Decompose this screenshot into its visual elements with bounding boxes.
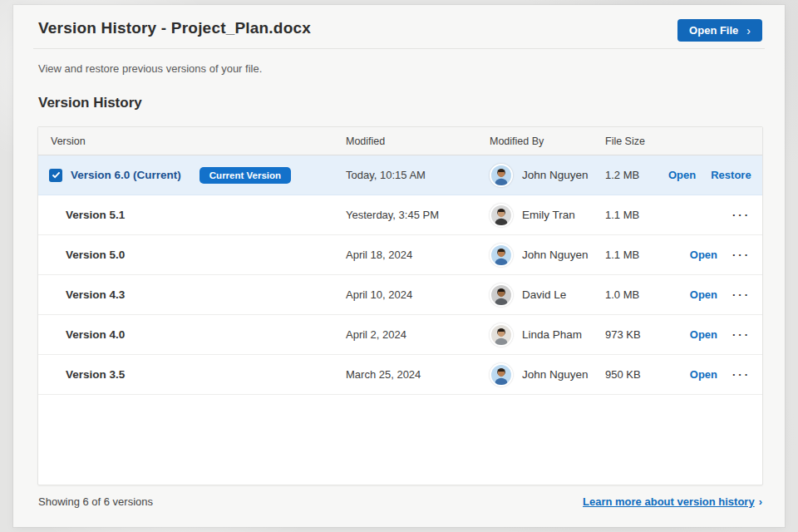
avatar <box>490 323 513 347</box>
avatar <box>490 363 513 387</box>
version-table-row[interactable]: Version 6.0 (Current) Current Version To… <box>38 155 762 195</box>
file-size-value: 1.0 MB <box>605 288 668 301</box>
column-header-modified-by: Modified By <box>490 135 605 147</box>
modified-date: Today, 10:15 AM <box>346 169 490 181</box>
row-actions: ··· <box>668 209 762 220</box>
modified-by-cell: Emily Tran <box>490 204 605 227</box>
file-size-value: 1.2 MB <box>605 169 668 181</box>
row-actions: Open··· <box>668 328 762 341</box>
dialog-subtitle: View and restore previous versions of yo… <box>38 62 262 75</box>
modified-by-cell: David Le <box>490 283 605 307</box>
version-cell: Version 4.0 <box>38 328 346 341</box>
modified-date: March 25, 2024 <box>346 368 490 381</box>
column-header-modified: Modified <box>346 135 490 147</box>
avatar <box>490 283 513 307</box>
avatar <box>490 244 513 267</box>
modified-by-name: John Nguyen <box>522 169 589 181</box>
version-cell: Version 6.0 (Current) Current Version <box>38 167 346 184</box>
file-size-value: 973 KB <box>605 328 668 341</box>
column-header-file-size: File Size <box>605 135 668 147</box>
modified-by-cell: John Nguyen <box>490 164 605 187</box>
row-actions: OpenRestore··· <box>668 169 763 181</box>
modified-date: Yesterday, 3:45 PM <box>346 209 490 221</box>
file-size-value: 1.1 MB <box>605 249 668 261</box>
version-table-row[interactable]: Version 5.0 April 18, 2024 John Nguyen 1… <box>38 235 762 275</box>
row-actions: Open··· <box>668 249 762 261</box>
header-divider <box>33 48 765 49</box>
modified-date: April 18, 2024 <box>346 249 490 261</box>
column-header-version: Version <box>38 135 346 147</box>
more-options-button[interactable]: ··· <box>732 289 751 300</box>
version-label: Version 6.0 (Current) <box>71 169 181 181</box>
avatar <box>490 204 513 227</box>
more-options-button[interactable]: ··· <box>732 369 751 380</box>
open-link[interactable]: Open <box>690 328 717 341</box>
file-size-value: 950 KB <box>605 368 668 381</box>
version-label: Version 3.5 <box>66 368 125 381</box>
modified-by-cell: John Nguyen <box>490 363 605 387</box>
page-title: Version History - Project_Plan.docx <box>38 19 311 37</box>
version-cell: Version 3.5 <box>38 368 346 381</box>
modified-by-name: Emily Tran <box>522 209 575 221</box>
version-table: Version Modified Modified By File Size V… <box>37 126 763 485</box>
open-link[interactable]: Open <box>668 169 696 181</box>
version-table-row[interactable]: Version 3.5 March 25, 2024 John Nguyen 9… <box>38 355 762 395</box>
restore-link[interactable]: Restore <box>711 169 751 181</box>
row-actions: Open··· <box>668 368 762 381</box>
more-options-button[interactable]: ··· <box>732 249 751 260</box>
version-cell: Version 5.0 <box>38 249 346 261</box>
version-cell: Version 4.3 <box>38 288 346 301</box>
open-file-button[interactable]: Open File › <box>677 19 762 42</box>
open-link[interactable]: Open <box>690 368 717 381</box>
version-table-row[interactable]: Version 5.1 Yesterday, 3:45 PM Emily Tra… <box>38 195 762 235</box>
modified-by-cell: Linda Pham <box>490 323 605 347</box>
version-checkbox[interactable] <box>49 169 62 182</box>
open-link[interactable]: Open <box>690 288 717 301</box>
version-cell: Version 5.1 <box>38 209 346 221</box>
modified-by-name: David Le <box>522 288 566 301</box>
modified-by-cell: John Nguyen <box>490 244 605 267</box>
modified-date: April 2, 2024 <box>346 328 490 341</box>
version-label: Version 5.0 <box>66 249 125 261</box>
table-body: Version 6.0 (Current) Current Version To… <box>38 155 762 395</box>
table-header-row: Version Modified Modified By File Size <box>38 127 762 155</box>
row-actions: Open··· <box>668 288 762 301</box>
chevron-right-icon: › <box>759 495 762 508</box>
more-options-button[interactable]: ··· <box>732 209 751 220</box>
modified-date: April 10, 2024 <box>346 288 490 301</box>
avatar <box>490 164 513 187</box>
version-label: Version 5.1 <box>66 209 125 221</box>
learn-more-link[interactable]: Learn more about version history › <box>583 495 762 508</box>
version-label: Version 4.3 <box>66 288 125 301</box>
file-size-value: 1.1 MB <box>605 209 668 221</box>
version-table-row[interactable]: Version 4.0 April 2, 2024 Linda Pham 973… <box>38 315 762 355</box>
modified-by-name: Linda Pham <box>522 328 582 341</box>
section-title: Version History <box>38 95 142 111</box>
modified-by-name: John Nguyen <box>522 249 589 261</box>
version-history-dialog: Version History - Project_Plan.docx Open… <box>13 5 785 527</box>
more-options-button[interactable]: ··· <box>732 329 751 340</box>
chevron-right-icon: › <box>746 25 751 37</box>
open-link[interactable]: Open <box>690 249 717 261</box>
open-file-label: Open File <box>689 24 738 37</box>
version-label: Version 4.0 <box>66 328 125 341</box>
current-version-badge: Current Version <box>200 167 291 184</box>
modified-by-name: John Nguyen <box>522 368 589 381</box>
versions-count-summary: Showing 6 of 6 versions <box>38 495 153 508</box>
version-table-row[interactable]: Version 4.3 April 10, 2024 David Le 1.0 … <box>38 275 762 315</box>
